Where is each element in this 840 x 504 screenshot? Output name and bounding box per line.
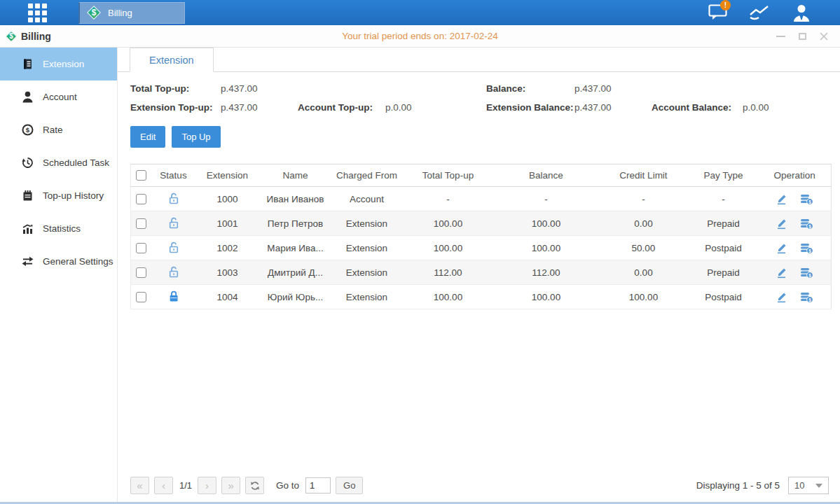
topup-coins-icon: $ <box>800 193 813 205</box>
sidebar: Extension Account $ Rate <box>0 48 118 502</box>
maximize-button[interactable] <box>797 32 807 41</box>
account-balance-label: Account Balance: <box>652 102 743 113</box>
sidebar-item-statistics[interactable]: Statistics <box>0 212 117 245</box>
cell-credit-limit: 100.00 <box>599 285 689 309</box>
cell-name: Петр Петров <box>260 211 331 236</box>
row-topup-button[interactable]: $ <box>800 267 813 279</box>
cell-charged-from: Extension <box>331 211 403 236</box>
trial-message: Your trial period ends on: 2017-02-24 <box>342 31 497 41</box>
billing-app-window: $ Billing ! <box>0 0 840 504</box>
edit-pencil-icon <box>776 193 787 205</box>
cell-balance: 100.00 <box>494 285 599 309</box>
scheduled-task-icon <box>22 157 34 169</box>
last-page-button[interactable]: » <box>221 477 240 494</box>
edit-pencil-icon <box>776 267 787 279</box>
column-name: Name <box>260 164 331 187</box>
go-button[interactable]: Go <box>336 477 363 494</box>
cell-extension: 1003 <box>195 260 260 285</box>
cell-extension: 1004 <box>195 285 260 309</box>
row-checkbox[interactable] <box>136 194 146 204</box>
sidebar-item-account[interactable]: Account <box>0 80 117 113</box>
cell-name: Иван Иванов <box>260 187 331 211</box>
cell-balance: 100.00 <box>494 211 599 236</box>
action-buttons: Edit Top Up <box>130 126 840 148</box>
page-indicator: 1/1 <box>179 480 192 491</box>
page-size-value: 10 <box>794 480 804 491</box>
row-checkbox[interactable] <box>136 218 146 229</box>
sidebar-item-scheduled-task[interactable]: Scheduled Task <box>0 146 117 179</box>
select-all-checkbox[interactable] <box>136 170 146 181</box>
cell-pay-type: Postpaid <box>689 285 759 309</box>
cell-charged-from: Extension <box>331 260 403 285</box>
sidebar-item-general-settings[interactable]: General Settings <box>0 245 117 278</box>
account-balance-value: p.0.00 <box>743 102 830 113</box>
chevron-down-icon <box>815 484 822 488</box>
maximize-icon <box>799 33 806 40</box>
billing-dollar-icon: $ <box>86 5 102 20</box>
statistics-icon <box>22 223 34 234</box>
row-edit-button[interactable] <box>776 242 787 254</box>
minimize-button[interactable] <box>776 32 785 41</box>
topup-coins-icon: $ <box>800 242 813 254</box>
column-charged-from: Charged From <box>331 164 403 187</box>
goto-page-input[interactable] <box>305 477 331 493</box>
unlocked-icon <box>168 241 179 253</box>
sidebar-item-topup-history[interactable]: Top-up History <box>0 179 117 212</box>
svg-text:$: $ <box>808 297 811 302</box>
row-topup-button[interactable]: $ <box>800 193 813 205</box>
sidebar-item-extension[interactable]: Extension <box>0 48 117 80</box>
row-edit-button[interactable] <box>776 193 787 205</box>
apps-grid-button[interactable] <box>25 4 49 21</box>
cell-extension: 1000 <box>195 187 260 211</box>
extension-topup-value: p.437.00 <box>221 102 298 113</box>
close-button[interactable] <box>819 32 829 41</box>
table-header-row: Status Extension Name Charged From Total… <box>131 164 832 187</box>
cell-pay-type: Postpaid <box>689 236 759 260</box>
row-topup-button[interactable]: $ <box>800 218 813 230</box>
sidebar-item-label: Account <box>43 92 77 102</box>
row-edit-button[interactable] <box>776 218 787 230</box>
notifications-button[interactable]: ! <box>705 3 729 22</box>
next-page-button[interactable]: › <box>198 477 216 494</box>
cell-charged-from: Extension <box>331 285 403 309</box>
sidebar-item-label: Extension <box>43 59 84 69</box>
taskbar-billing-tab[interactable]: $ Billing <box>78 2 185 24</box>
row-topup-button[interactable]: $ <box>800 291 813 303</box>
row-topup-button[interactable]: $ <box>800 242 813 254</box>
extension-balance-value: p.437.00 <box>574 102 652 113</box>
tab-extension[interactable]: Extension <box>130 48 214 72</box>
prev-page-button[interactable]: ‹ <box>154 477 173 494</box>
top-up-button[interactable]: Top Up <box>172 126 220 148</box>
balance-label: Balance: <box>486 83 574 94</box>
minimize-icon <box>776 36 785 37</box>
user-menu-button[interactable] <box>790 3 813 22</box>
locked-icon <box>168 290 179 302</box>
total-topup-value: p.437.00 <box>221 83 298 94</box>
svg-text:$: $ <box>808 223 811 229</box>
reports-button[interactable] <box>748 3 771 22</box>
row-edit-button[interactable] <box>776 291 787 303</box>
sidebar-item-label: Statistics <box>43 223 81 234</box>
balance-value: p.437.00 <box>574 83 652 94</box>
refresh-button[interactable] <box>245 477 264 494</box>
first-page-button[interactable]: « <box>130 477 149 494</box>
cell-balance: 112.00 <box>494 260 599 285</box>
edit-button[interactable]: Edit <box>130 126 165 148</box>
svg-text:$: $ <box>808 248 811 253</box>
table-row: 1004 Юрий Юрь... Extension 100.00 100.00… <box>131 285 832 309</box>
cell-extension: 1002 <box>195 236 260 260</box>
row-edit-button[interactable] <box>776 267 787 279</box>
table-row: 1000 Иван Иванов Account - - - - $ <box>131 187 832 211</box>
sidebar-item-rate[interactable]: $ Rate <box>0 113 117 146</box>
topup-history-icon <box>22 190 34 202</box>
refresh-icon <box>250 481 260 491</box>
cell-credit-limit: 0.00 <box>599 260 689 285</box>
row-checkbox[interactable] <box>136 292 146 302</box>
row-checkbox[interactable] <box>136 243 146 253</box>
topup-coins-icon: $ <box>800 267 813 279</box>
cell-extension: 1001 <box>195 211 260 236</box>
extension-balance-label: Extension Balance: <box>486 102 574 113</box>
page-size-select[interactable]: 10 <box>788 477 829 494</box>
column-total-topup: Total Top-up <box>403 164 494 187</box>
row-checkbox[interactable] <box>136 267 146 278</box>
